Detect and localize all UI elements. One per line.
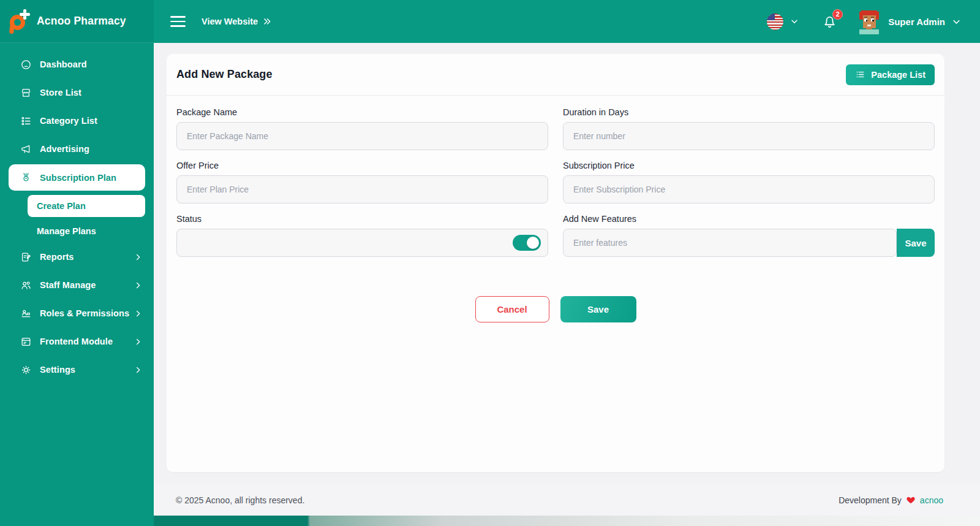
sidebar-item-reports[interactable]: Reports [0,243,154,271]
offer-price-field-group: Offer Price [176,161,548,204]
features-input[interactable] [563,229,897,257]
duration-input[interactable] [563,122,935,150]
features-field-group: Add New Features Save [563,214,935,257]
chevron-right-icon [134,253,143,262]
sidebar-item-label: Category List [40,116,97,126]
content-area: Add New Package Package List Package Nam… [154,43,980,484]
subscription-price-field-group: Subscription Price [563,161,935,204]
list-icon [855,69,865,80]
bottom-edge-strip [154,516,980,526]
sidebar-item-category-list[interactable]: Category List [0,107,154,135]
sidebar-subitem-create-plan[interactable]: Create Plan [28,195,145,217]
brand-name: Acnoo Pharmacy [37,15,126,28]
development-by-text: Development By [839,495,902,505]
status-field-group: Status [176,214,548,257]
cancel-button[interactable]: Cancel [475,296,549,322]
user-avatar [856,9,882,34]
package-name-field-group: Package Name [176,107,548,150]
sidebar-item-label: Frontend Module [40,337,113,346]
chevron-right-icon [134,281,143,290]
subscription-price-input[interactable] [563,175,935,204]
language-selector[interactable] [767,13,799,30]
sidebar-item-label: Staff Manage [40,280,96,290]
chevron-right-icon [134,309,143,318]
award-icon [20,172,32,183]
sidebar-subitem-manage-plans[interactable]: Manage Plans [0,219,154,243]
sidebar-menu: Dashboard Store List Category List Adver… [0,43,154,384]
heart-icon [905,495,916,505]
chevron-right-icon [134,365,143,375]
sidebar-item-roles-permissions[interactable]: Roles & Permissions [0,299,154,327]
sidebar-item-store-list[interactable]: Store List [0,78,154,107]
chevron-down-icon [790,17,799,26]
chevron-down-icon [951,17,962,27]
footer: © 2025 Acnoo, all rights reserved. Devel… [154,484,980,516]
double-chevron-right-icon [262,17,272,26]
duration-field-group: Duration in Days [563,107,935,150]
page-title: Add New Package [176,68,273,81]
subscription-price-label: Subscription Price [563,161,935,170]
sidebar-item-dashboard[interactable]: Dashboard [0,50,154,78]
user-menu[interactable]: Super Admin [856,9,962,34]
topbar: View Website 2 [154,0,980,43]
add-package-form: Package Name Duration in Days Offer Pric… [167,96,944,322]
copyright-text: © 2025 Acnoo, all rights reserved. [176,495,304,505]
sidebar-subitem-label: Create Plan [37,201,86,211]
sidebar-item-label: Settings [40,365,75,375]
sidebar-item-label: Store List [40,88,81,97]
package-list-label: Package List [871,70,925,80]
view-website-link[interactable]: View Website [202,17,272,26]
sidebar-item-label: Reports [40,252,74,262]
notification-badge: 2 [832,9,843,20]
sidebar-item-label: Roles & Permissions [40,308,129,318]
main-column: View Website 2 [154,0,980,526]
sidebar: Acnoo Pharmacy Dashboard Store List Cate [0,0,154,526]
developer-link[interactable]: acnoo [920,495,943,505]
offer-price-label: Offer Price [176,161,548,170]
sidebar-item-staff-manage[interactable]: Staff Manage [0,271,154,299]
sidebar-item-label: Dashboard [40,59,87,69]
report-icon [20,251,32,263]
save-button[interactable]: Save [560,296,636,322]
category-list-icon [20,115,32,127]
gear-icon [20,364,32,376]
status-box [176,229,548,257]
browser-window-icon [20,336,32,348]
hamburger-menu-icon[interactable] [170,13,186,29]
status-toggle[interactable] [513,235,541,251]
staff-icon [20,280,32,291]
package-list-button[interactable]: Package List [846,64,935,85]
sidebar-subitem-label: Manage Plans [37,226,96,236]
duration-label: Duration in Days [563,107,935,117]
package-name-input[interactable] [176,122,548,150]
status-label: Status [176,214,548,224]
notifications-button[interactable]: 2 [821,13,838,30]
sidebar-item-advertising[interactable]: Advertising [0,135,154,163]
dashboard-icon [20,59,32,71]
sidebar-item-label: Advertising [40,144,89,154]
chevron-right-icon [134,337,143,346]
app-root: Acnoo Pharmacy Dashboard Store List Cate [0,0,980,526]
us-flag-icon [767,13,783,30]
view-website-label: View Website [202,17,258,26]
features-label: Add New Features [563,214,935,224]
roles-icon [20,308,32,319]
offer-price-input[interactable] [176,175,548,204]
features-save-button[interactable]: Save [897,229,935,257]
store-icon [20,87,32,99]
user-name: Super Admin [888,17,945,27]
pharmacy-logo-icon [9,8,31,35]
add-package-card: Add New Package Package List Package Nam… [167,54,944,472]
sidebar-item-subscription-plan[interactable]: Subscription Plan [9,164,145,191]
sidebar-item-frontend-module[interactable]: Frontend Module [0,327,154,356]
sidebar-item-label: Subscription Plan [40,173,116,183]
package-name-label: Package Name [176,107,548,117]
brand-logo[interactable]: Acnoo Pharmacy [0,0,154,43]
sidebar-item-settings[interactable]: Settings [0,356,154,384]
megaphone-icon [20,143,32,155]
